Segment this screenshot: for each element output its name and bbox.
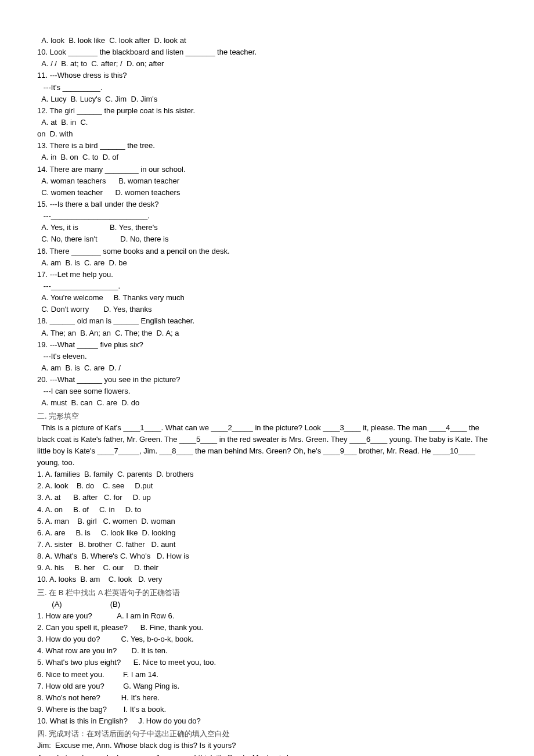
dialogue-line-2: Ann: Let me have a look.________1_______… bbox=[37, 752, 497, 756]
match-6: 6. Nice to meet you. F. I am 14. bbox=[37, 669, 497, 681]
match-7: 7. How old are you? G. Wang Ping is. bbox=[37, 681, 497, 692]
match-5: 5. What's two plus eight? E. Nice to mee… bbox=[37, 657, 497, 668]
q16-stem: 16. There _______ some books and a penci… bbox=[37, 246, 497, 257]
match-4: 4. What row are you in? D. It is ten. bbox=[37, 645, 497, 657]
q10-options: A. / / B. at; to C. after; / D. on; afte… bbox=[37, 58, 497, 70]
q17-options-b: C. Don't worry D. Yes, thanks bbox=[37, 304, 497, 315]
q18-options: A. The; an B. An; an C. The; the D. A; a bbox=[37, 327, 497, 339]
cloze-7: 7. A. sister B. brother C. father D. aun… bbox=[37, 539, 497, 550]
q17-options-a: A. You're welcome B. Thanks very much bbox=[37, 292, 497, 304]
q20-options: A. must B. can C. are D. do bbox=[37, 397, 497, 409]
match-1: 1. How are you? A. I am in Row 6. bbox=[37, 610, 497, 622]
q15-options-b: C. No, there isn't D. No, there is bbox=[37, 233, 497, 245]
q14-stem: 14. There are many ________ in our schoo… bbox=[37, 164, 497, 175]
cloze-passage: This is a picture of Kat's ____1____. Wh… bbox=[37, 422, 497, 469]
cloze-3: 3. A. at B. after C. for D. up bbox=[37, 492, 497, 503]
match-header: (A) (B) bbox=[37, 599, 497, 610]
section-4-title: 四. 完成对话：在对话后面的句子中选出正确的填入空白处 bbox=[37, 728, 497, 740]
cloze-5: 5. A. man B. girl C. women D. woman bbox=[37, 516, 497, 527]
cloze-8: 8. A. What's B. Where's C. Who's D. How … bbox=[37, 550, 497, 562]
section-2-title: 二. 完形填空 bbox=[37, 411, 497, 422]
cloze-10: 10. A. looks B. am C. look D. very bbox=[37, 574, 497, 585]
q15-line1: 15. ---Is there a ball under the desk? bbox=[37, 199, 497, 210]
match-10: 10. What is this in English? J. How do y… bbox=[37, 715, 497, 727]
q13-options: A. in B. on C. to D. of bbox=[37, 152, 497, 163]
dialogue-line-1: Jim: Excuse me, Ann. Whose black dog is … bbox=[37, 740, 497, 751]
q15-line2: ---_______________________. bbox=[37, 210, 497, 222]
q16-options: A. am B. is C. are D. be bbox=[37, 257, 497, 269]
cloze-9: 9. A. his B. her C. our D. their bbox=[37, 562, 497, 574]
cloze-6: 6. A. are B. is C. look like D. looking bbox=[37, 527, 497, 539]
q19-line1: 19. ---What _____ five plus six? bbox=[37, 339, 497, 351]
q20-line1: 20. ---What ______ you see in the pictur… bbox=[37, 374, 497, 386]
q18-stem: 18. ______ old man is ______ English tea… bbox=[37, 315, 497, 327]
q12-stem: 12. The girl ______ the purple coat is h… bbox=[37, 105, 497, 117]
cloze-4: 4. A. on B. of C. in D. to bbox=[37, 504, 497, 516]
q10-stem: 10. Look _______ the blackboard and list… bbox=[37, 46, 497, 58]
q11-line2: ---It's _________. bbox=[37, 82, 497, 93]
q9-options: A. look B. look like C. look after D. lo… bbox=[37, 35, 497, 46]
q11-options: A. Lucy B. Lucy's C. Jim D. Jim's bbox=[37, 93, 497, 105]
match-9: 9. Where is the bag? I. It's a book. bbox=[37, 704, 497, 715]
q12-options-b: on D. with bbox=[37, 128, 497, 140]
q13-stem: 13. There is a bird ______ the tree. bbox=[37, 140, 497, 152]
q19-line2: ---It's eleven. bbox=[37, 351, 497, 362]
match-3: 3. How do you do? C. Yes, b-o-o-k, book. bbox=[37, 633, 497, 645]
q11-line1: 11. ---Whose dress is this? bbox=[37, 70, 497, 81]
section-3-title: 三. 在 B 栏中找出 A 栏英语句子的正确答语 bbox=[37, 587, 497, 599]
cloze-1: 1. A. families B. family C. parents D. b… bbox=[37, 469, 497, 480]
q15-options-a: A. Yes, it is B. Yes, there's bbox=[37, 222, 497, 233]
q19-options: A. am B. is C. are D. / bbox=[37, 362, 497, 374]
match-8: 8. Who's not here? H. It's here. bbox=[37, 692, 497, 704]
match-2: 2. Can you spell it, please? B. Fine, th… bbox=[37, 622, 497, 633]
q14-options-a: A. woman teachers B. woman teacher bbox=[37, 175, 497, 187]
q20-line2: ---I can see some flowers. bbox=[37, 386, 497, 397]
q17-line2: ---________________. bbox=[37, 280, 497, 292]
q14-options-b: C. women teacher D. women teachers bbox=[37, 187, 497, 199]
cloze-2: 2. A. look B. do C. see D.put bbox=[37, 480, 497, 492]
q12-options-a: A. at B. in C. bbox=[37, 117, 497, 128]
q17-line1: 17. ---Let me help you. bbox=[37, 269, 497, 280]
